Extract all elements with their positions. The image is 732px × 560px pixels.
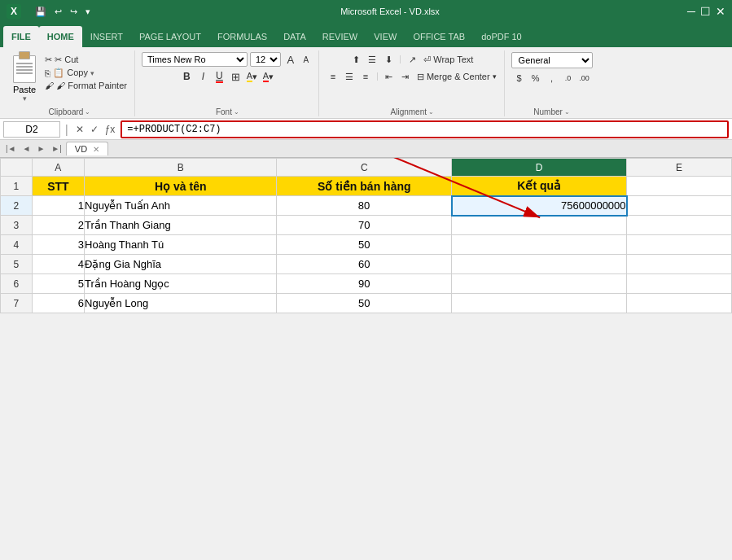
font-name-select[interactable]: Times New Ro — [142, 52, 248, 67]
col-header-a[interactable]: A — [32, 159, 84, 177]
increase-decimal-button[interactable]: .0 — [561, 71, 576, 85]
tab-home[interactable]: HOME — [39, 26, 82, 47]
cell-b1[interactable]: Họ và tên — [85, 177, 277, 196]
more-quick-access[interactable]: ▾ — [83, 5, 93, 19]
col-header-b[interactable]: B — [85, 159, 277, 177]
tab-nav-first[interactable]: |◄ — [3, 144, 19, 153]
font-size-select[interactable]: 12 — [250, 52, 281, 67]
paste-button[interactable]: Paste ▾ — [10, 52, 39, 104]
cell-d7[interactable] — [452, 294, 627, 313]
tab-insert[interactable]: INSERT — [82, 26, 131, 47]
cell-d5[interactable] — [452, 255, 627, 274]
cell-b7[interactable]: Nguyễn Long — [85, 294, 277, 313]
maximize-button[interactable]: ☐ — [700, 5, 711, 18]
cell-e1[interactable] — [627, 177, 732, 196]
increase-font-size-button[interactable]: A — [283, 52, 298, 67]
tab-data[interactable]: DATA — [275, 26, 314, 47]
increase-indent-button[interactable]: ⇥ — [398, 69, 413, 84]
cell-a2[interactable]: 1 — [32, 196, 84, 216]
minimize-button[interactable]: ─ — [687, 5, 695, 18]
col-header-d[interactable]: D — [452, 159, 627, 177]
decrease-indent-button[interactable]: ⇤ — [382, 69, 397, 84]
cell-c1[interactable]: Số tiền bán hàng — [277, 177, 452, 196]
align-right-button[interactable]: ≡ — [358, 69, 373, 84]
save-button[interactable]: 💾 — [33, 5, 49, 19]
cell-e2[interactable] — [627, 196, 732, 216]
merge-center-button[interactable]: ⊟ Merge & Center ▾ — [414, 69, 499, 84]
wrap-text-button[interactable]: ⏎ Wrap Text — [421, 52, 476, 67]
cell-d4[interactable] — [452, 235, 627, 255]
align-bottom-button[interactable]: ⬇ — [381, 52, 396, 67]
decrease-decimal-button[interactable]: .00 — [577, 71, 592, 85]
cell-c2[interactable]: 80 — [277, 196, 452, 216]
cell-a1[interactable]: STT — [32, 177, 84, 196]
cell-c4[interactable]: 50 — [277, 235, 452, 255]
cell-c5[interactable]: 60 — [277, 255, 452, 274]
percent-button[interactable]: % — [528, 71, 543, 85]
cell-a4[interactable]: 3 — [32, 235, 84, 255]
number-format-select[interactable]: General — [511, 52, 593, 68]
currency-button[interactable]: $ — [512, 71, 527, 85]
tab-dopdf[interactable]: doPDF 10 — [473, 26, 530, 47]
cell-b2[interactable]: Nguyễn Tuấn Anh — [85, 196, 277, 216]
underline-button[interactable]: U — [212, 69, 226, 84]
tab-file[interactable]: FILE — [3, 26, 39, 47]
redo-button[interactable]: ↪ — [68, 5, 80, 19]
cell-d1[interactable]: Kết quả — [452, 177, 627, 196]
align-center-button[interactable]: ☰ — [342, 69, 357, 84]
cell-c7[interactable]: 50 — [277, 294, 452, 313]
decrease-font-size-button[interactable]: A — [299, 52, 313, 67]
insert-function-button[interactable]: ƒx — [103, 124, 118, 135]
undo-button[interactable]: ↩ — [52, 5, 64, 19]
align-middle-button[interactable]: ☰ — [365, 52, 379, 67]
cell-b6[interactable]: Trần Hoàng Ngọc — [85, 274, 277, 294]
close-button[interactable]: ✕ — [716, 5, 725, 18]
number-expand-icon[interactable]: ⌄ — [564, 108, 570, 116]
format-painter-button[interactable]: 🖌 🖌 Format Painter — [42, 80, 129, 91]
alignment-expand-icon[interactable]: ⌄ — [428, 108, 434, 116]
font-expand-icon[interactable]: ⌄ — [234, 108, 239, 116]
tab-nav-next[interactable]: ► — [34, 144, 47, 153]
cell-a3[interactable]: 2 — [32, 216, 84, 235]
tab-page-layout[interactable]: PAGE LAYOUT — [131, 26, 209, 47]
bold-button[interactable]: B — [179, 69, 194, 84]
tab-formulas[interactable]: FORMULAS — [209, 26, 275, 47]
fill-color-button[interactable]: A▾ — [244, 69, 259, 84]
tab-nav-last[interactable]: ►| — [49, 144, 64, 153]
cell-a7[interactable]: 6 — [32, 294, 84, 313]
cell-d3[interactable] — [452, 216, 627, 235]
comma-button[interactable]: , — [545, 71, 559, 85]
cell-a5[interactable]: 4 — [32, 255, 84, 274]
cell-e3[interactable] — [627, 216, 732, 235]
align-left-button[interactable]: ≡ — [326, 69, 340, 84]
clipboard-expand-icon[interactable]: ⌄ — [85, 108, 90, 116]
cut-button[interactable]: ✂ ✂ Cut — [42, 54, 129, 66]
cell-e6[interactable] — [627, 274, 732, 294]
orientation-button[interactable]: ↗ — [405, 52, 419, 67]
formula-input[interactable]: =+PRODUCT(C2:C7) — [121, 120, 729, 138]
confirm-formula-button[interactable]: ✓ — [88, 124, 101, 135]
sheet-tab-close-icon[interactable]: ✕ — [93, 145, 99, 154]
tab-view[interactable]: VIEW — [366, 26, 405, 47]
cell-a6[interactable]: 5 — [32, 274, 84, 294]
cell-e7[interactable] — [627, 294, 732, 313]
sheet-tab-vd[interactable]: VD ✕ — [66, 142, 108, 155]
cell-d6[interactable] — [452, 274, 627, 294]
cell-c3[interactable]: 70 — [277, 216, 452, 235]
col-header-e[interactable]: E — [627, 159, 732, 177]
tab-office-tab[interactable]: OFFICE TAB — [405, 26, 473, 47]
cell-b5[interactable]: Đặng Gia Nghĩa — [85, 255, 277, 274]
borders-button[interactable]: ⊞ — [228, 69, 243, 84]
copy-button[interactable]: ⎘ 📋 Copy ▾ — [42, 67, 129, 79]
tab-review[interactable]: REVIEW — [314, 26, 366, 47]
cell-e5[interactable] — [627, 255, 732, 274]
cell-d2[interactable]: 75600000000 — [452, 196, 627, 216]
cancel-formula-button[interactable]: ✕ — [73, 124, 86, 135]
tab-nav-prev[interactable]: ◄ — [20, 144, 33, 153]
cell-b3[interactable]: Trần Thanh Giang — [85, 216, 277, 235]
align-top-button[interactable]: ⬆ — [348, 52, 363, 67]
cell-e4[interactable] — [627, 235, 732, 255]
cell-b4[interactable]: Hoàng Thanh Tú — [85, 235, 277, 255]
italic-button[interactable]: I — [195, 69, 210, 84]
cell-c6[interactable]: 90 — [277, 274, 452, 294]
